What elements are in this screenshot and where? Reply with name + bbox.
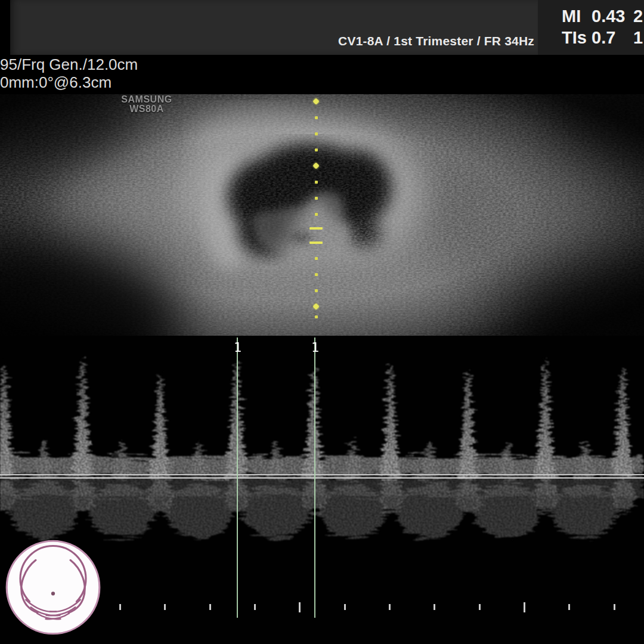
diastolic-lump [166, 484, 233, 538]
sweep-line [0, 478, 644, 479]
bmode-ultrasound-image [0, 94, 644, 336]
tis-label: TIs [562, 28, 592, 48]
diastolic-lump [474, 484, 541, 538]
spectral-baseline [0, 474, 644, 475]
param-line-1: 95/Frq Gen./12.0cm [0, 55, 138, 73]
acoustic-output-panel: MI0.432 TIs0.71 [538, 0, 644, 55]
watermark-brand: SAMSUNG [121, 95, 172, 104]
clinic-logo [4, 536, 103, 639]
diastolic-lump [397, 484, 463, 538]
watermark-model: WS80A [121, 104, 172, 114]
param-line-2: 0mm:0°@6.3cm [0, 73, 138, 91]
tis-row: TIs0.71 [562, 28, 643, 48]
device-watermark: SAMSUNG WS80A [121, 95, 172, 114]
imaging-parameters: 95/Frq Gen./12.0cm 0mm:0°@6.3cm [0, 55, 138, 91]
diastolic-lump [89, 484, 156, 538]
tis-extra-value: 1 [633, 28, 643, 47]
mi-label: MI [562, 7, 592, 26]
mi-value: 0.43 [592, 7, 633, 26]
diastolic-lump [552, 484, 618, 538]
diastolic-lump [243, 484, 309, 538]
ultrasound-screen: CV1-8A / 1st Trimester / FR 34Hz MI0.432… [0, 0, 644, 644]
tis-value: 0.7 [592, 28, 633, 48]
mi-extra-value: 2 [633, 7, 643, 26]
logo-navel-dot [51, 592, 55, 595]
diastolic-lump [11, 484, 78, 538]
diastolic-lump [320, 484, 386, 538]
top-status-bar: CV1-8A / 1st Trimester / FR 34Hz [10, 0, 538, 55]
probe-preset-text: CV1-8A / 1st Trimester / FR 34Hz [338, 34, 534, 48]
mi-row: MI0.432 [562, 7, 643, 26]
